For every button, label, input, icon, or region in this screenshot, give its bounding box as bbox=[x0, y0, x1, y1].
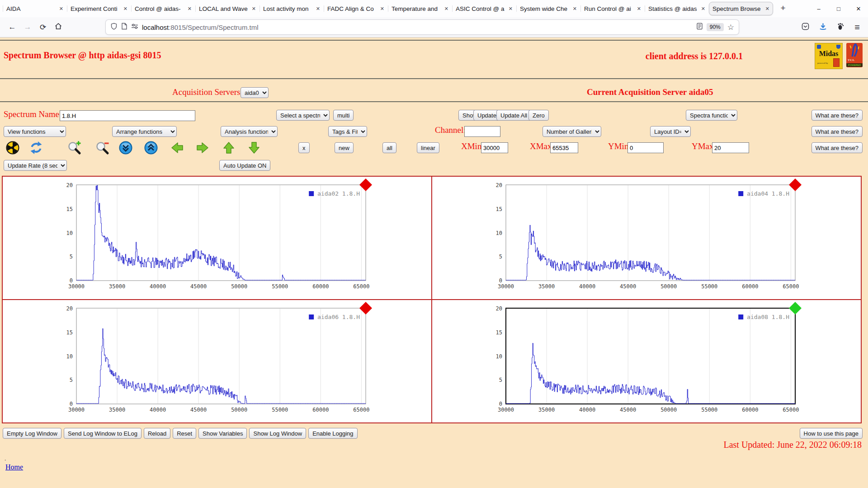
tab-lost-activity-mon[interactable]: Lost activity mon✕ bbox=[259, 2, 324, 15]
zoom-out-icon[interactable] bbox=[95, 141, 109, 155]
menu-icon[interactable]: ≡ bbox=[854, 22, 860, 33]
analysis-functions-select[interactable]: Analysis functions bbox=[221, 126, 278, 137]
zoom-level-badge[interactable]: 90% bbox=[707, 23, 724, 31]
spectra-functions-select[interactable]: Spectra functions bbox=[686, 110, 737, 121]
view-functions-select[interactable]: View functions bbox=[4, 126, 66, 137]
enable-logging-button[interactable]: Enable Logging bbox=[308, 428, 357, 439]
minimize-button[interactable]: – bbox=[816, 5, 822, 12]
svg-text:20: 20 bbox=[496, 305, 502, 312]
layout-id-select[interactable]: Layout ID=6 bbox=[650, 126, 691, 137]
pocket-icon[interactable] bbox=[802, 23, 809, 32]
arrow-down-icon[interactable] bbox=[247, 141, 261, 155]
tab-close-icon[interactable]: ✕ bbox=[188, 6, 192, 12]
zero-button[interactable]: Zero bbox=[528, 110, 549, 121]
linear-button[interactable]: linear bbox=[417, 142, 439, 153]
tab-close-icon[interactable]: ✕ bbox=[252, 6, 256, 12]
tab-close-icon[interactable]: ✕ bbox=[701, 6, 705, 12]
maximize-button[interactable]: □ bbox=[835, 5, 842, 12]
what-are-these-button-2[interactable]: What are these? bbox=[811, 126, 863, 137]
radiation-icon[interactable] bbox=[5, 141, 20, 155]
refresh-icon[interactable] bbox=[29, 141, 43, 155]
select-a-spectrum-select[interactable]: Select a spectrum bbox=[276, 110, 330, 121]
url-text[interactable]: localhost:8015/Spectrum/Spectrum.tml bbox=[142, 23, 693, 31]
ymin-input[interactable] bbox=[627, 142, 664, 153]
tab-close-icon[interactable]: ✕ bbox=[59, 6, 63, 12]
tab-close-icon[interactable]: ✕ bbox=[637, 6, 641, 12]
arrow-up-icon[interactable] bbox=[222, 141, 236, 155]
bookmark-star-icon[interactable]: ☆ bbox=[727, 23, 734, 32]
tab-close-icon[interactable]: ✕ bbox=[509, 6, 513, 12]
xmin-input[interactable] bbox=[481, 142, 508, 153]
scroll-down-icon[interactable] bbox=[118, 141, 133, 155]
download-icon[interactable] bbox=[819, 23, 827, 32]
empty-log-window-button[interactable]: Empty Log Window bbox=[3, 428, 61, 439]
back-icon[interactable]: ← bbox=[5, 23, 20, 32]
close-button[interactable]: ✕ bbox=[855, 5, 862, 12]
tab-experiment-conti[interactable]: Experiment Conti✕ bbox=[67, 2, 131, 15]
tab-fadc-align-co[interactable]: FADC Align & Co✕ bbox=[324, 2, 388, 15]
reload-button[interactable]: Reload bbox=[144, 428, 170, 439]
send-log-window-to-elog-button[interactable]: Send Log Window to ELog bbox=[64, 428, 142, 439]
tab-label: Statistics @ aidas bbox=[648, 5, 698, 12]
plot-aida08[interactable]: 3000035000400004500050000550006000065000… bbox=[432, 300, 861, 423]
update-all-button[interactable]: Update All bbox=[496, 110, 531, 121]
tab-system-wide-che[interactable]: System wide Che✕ bbox=[516, 2, 580, 15]
arrow-right-icon[interactable] bbox=[195, 141, 210, 155]
arrange-functions-select[interactable]: Arrange functions bbox=[112, 126, 177, 137]
tab-close-icon[interactable]: ✕ bbox=[316, 6, 320, 12]
channel-input[interactable] bbox=[464, 126, 500, 137]
home-link[interactable]: Home bbox=[5, 463, 23, 471]
acquisition-server-select[interactable]: aida05 bbox=[241, 87, 269, 98]
tab-control-aidas-[interactable]: Control @ aidas-✕ bbox=[131, 2, 195, 15]
new-tab-button[interactable]: + bbox=[777, 2, 789, 15]
reader-view-icon[interactable] bbox=[696, 23, 703, 32]
reset-button[interactable]: Reset bbox=[173, 428, 196, 439]
page-info-icon[interactable] bbox=[121, 23, 127, 32]
show-variables-button[interactable]: Show Variables bbox=[198, 428, 247, 439]
tab-close-icon[interactable]: ✕ bbox=[380, 6, 384, 12]
tab-temperature-and[interactable]: Temperature and✕ bbox=[388, 2, 452, 15]
url-bar[interactable]: localhost:8015/Spectrum/Spectrum.tml 90%… bbox=[106, 20, 739, 34]
svg-text:55000: 55000 bbox=[272, 283, 288, 290]
tab-statistics-aidas[interactable]: Statistics @ aidas✕ bbox=[645, 2, 709, 15]
x-button[interactable]: x bbox=[298, 142, 310, 153]
tab-bar: AIDA✕Experiment Conti✕Control @ aidas-✕L… bbox=[0, 0, 868, 17]
new-button[interactable]: new bbox=[335, 142, 354, 153]
tab-run-control-ai[interactable]: Run Control @ ai✕ bbox=[580, 2, 645, 15]
tab-close-icon[interactable]: ✕ bbox=[444, 6, 448, 12]
svg-text:45000: 45000 bbox=[620, 407, 636, 413]
plot-aida04[interactable]: 3000035000400004500050000550006000065000… bbox=[432, 176, 861, 300]
shield-icon[interactable] bbox=[110, 23, 118, 32]
gnome-footprint-icon[interactable] bbox=[837, 23, 844, 32]
scroll-up-icon[interactable] bbox=[144, 141, 158, 155]
spectrum-name-input[interactable] bbox=[60, 110, 195, 121]
tab-asic-control-a[interactable]: ASIC Control @ a✕ bbox=[452, 2, 516, 15]
what-are-these-button-3[interactable]: What are these? bbox=[811, 142, 863, 153]
what-are-these-button-1[interactable]: What are these? bbox=[811, 110, 863, 121]
midas-tcl-stamp-icon bbox=[833, 58, 840, 67]
arrow-left-icon[interactable] bbox=[170, 141, 184, 155]
tune-icon[interactable] bbox=[131, 23, 138, 31]
update-rate-select[interactable]: Update Rate (8 secs) bbox=[4, 160, 67, 171]
tags-fits-select[interactable]: Tags & Fits bbox=[328, 126, 367, 137]
forward-icon[interactable]: → bbox=[20, 23, 35, 32]
tab-close-icon[interactable]: ✕ bbox=[765, 6, 769, 12]
number-of-galleries-select[interactable]: Number of Galleries bbox=[542, 126, 601, 137]
tab-spectrum-browse[interactable]: Spectrum Browse✕ bbox=[709, 2, 773, 15]
ymax-input[interactable] bbox=[712, 142, 749, 153]
zoom-in-icon[interactable] bbox=[67, 141, 81, 155]
plot-aida06[interactable]: 3000035000400004500050000550006000065000… bbox=[2, 300, 432, 423]
auto-update-button[interactable]: Auto Update ON bbox=[219, 160, 270, 171]
tab-close-icon[interactable]: ✕ bbox=[123, 6, 127, 12]
plot-aida02[interactable]: 3000035000400004500050000550006000065000… bbox=[2, 176, 432, 300]
all-button[interactable]: all bbox=[382, 142, 396, 153]
tab-close-icon[interactable]: ✕ bbox=[573, 6, 577, 12]
show-log-window-button[interactable]: Show Log Window bbox=[249, 428, 306, 439]
multi-button[interactable]: multi bbox=[333, 110, 354, 121]
tab-local-and-wave[interactable]: LOCAL and Wave✕ bbox=[195, 2, 259, 15]
tab-aida[interactable]: AIDA✕ bbox=[3, 2, 67, 15]
how-to-use-button[interactable]: How to use this page bbox=[800, 428, 863, 439]
xmax-input[interactable] bbox=[550, 142, 578, 153]
home-icon[interactable] bbox=[51, 22, 66, 33]
reload-icon[interactable]: ⟳ bbox=[35, 23, 51, 32]
